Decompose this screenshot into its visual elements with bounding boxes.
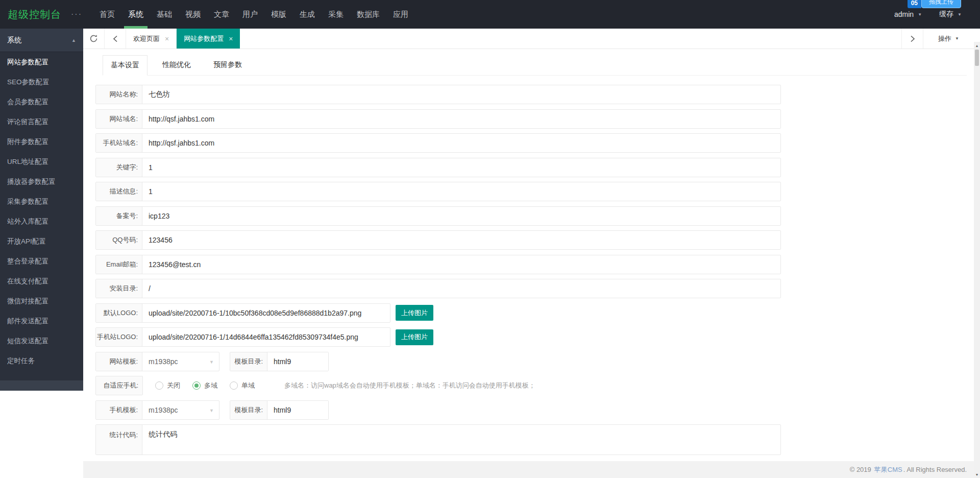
site-template-dir-group: 模板目录: — [230, 352, 329, 371]
upload-image-button[interactable]: 上传图片 — [396, 305, 433, 321]
sidebar: 系统 ▲ 网站参数配置 SEO参数配置 会员参数配置 评论留言配置 附件参数配置… — [0, 29, 83, 391]
tab-performance[interactable]: 性能优化 — [155, 55, 199, 75]
tab-basic-settings[interactable]: 基本设置 — [103, 55, 148, 76]
mobile-template-dir-input[interactable] — [267, 401, 328, 419]
site-name-input[interactable] — [142, 85, 780, 104]
refresh-button[interactable] — [83, 29, 105, 49]
radio-label: 单域 — [241, 381, 255, 390]
sidebar-item-seo-params[interactable]: SEO参数配置 — [0, 72, 83, 92]
chevron-left-icon — [112, 35, 118, 42]
chevron-down-icon: ▼ — [209, 408, 214, 413]
chevron-down-icon: ▼ — [955, 36, 959, 41]
description-input[interactable] — [142, 182, 780, 201]
form-row-mobile-template: 手机模板: m1938pc ▼ 模板目录: — [95, 400, 781, 420]
vertical-scrollbar[interactable]: ▲ ▼ — [974, 42, 980, 478]
sidebar-item-open-api[interactable]: 开放API配置 — [0, 231, 83, 251]
field-label: 备案号: — [96, 207, 142, 225]
form-row-site-domain: 网站域名: — [95, 109, 781, 129]
nav-item-database[interactable]: 数据库 — [350, 0, 386, 29]
scroll-down-arrow[interactable]: ▼ — [974, 471, 980, 478]
sidebar-header-system[interactable]: 系统 ▲ — [0, 29, 83, 52]
chevron-down-icon: ▼ — [958, 12, 962, 17]
selected-value: m1938pc — [149, 406, 178, 414]
gap — [219, 400, 230, 420]
field-label: 模板目录: — [230, 401, 267, 419]
tab-reserved-params[interactable]: 预留参数 — [206, 55, 250, 75]
mobile-template-select[interactable]: m1938pc ▼ — [142, 401, 219, 419]
qq-input[interactable] — [142, 231, 780, 249]
upload-extension-badge[interactable]: 05 拖拽上传 — [908, 0, 961, 8]
form-row-stats-code: 统计代码: 统计代码 — [95, 424, 781, 455]
nav-item-collect[interactable]: 采集 — [322, 0, 350, 29]
top-navbar: 超级控制台 ··· 首页 系统 基础 视频 文章 用户 模版 生成 采集 数据库… — [0, 0, 980, 29]
mobile-template-group: 手机模板: m1938pc ▼ — [95, 400, 219, 420]
nav-item-home[interactable]: 首页 — [93, 0, 121, 29]
sidebar-item-scheduled-tasks[interactable]: 定时任务 — [0, 351, 83, 371]
mobile-domain-input[interactable] — [142, 134, 780, 152]
sidebar-item-comment-config[interactable]: 评论留言配置 — [0, 112, 83, 132]
site-template-select[interactable]: m1938pc ▼ — [142, 352, 219, 371]
field-label: 网站域名: — [96, 110, 142, 128]
nav-item-basic[interactable]: 基础 — [150, 0, 179, 29]
sidebar-title: 系统 — [7, 36, 21, 45]
sidebar-item-site-params[interactable]: 网站参数配置 — [0, 52, 83, 72]
close-icon[interactable]: × — [229, 35, 233, 43]
field-label: 网站模板: — [96, 352, 142, 371]
nav-item-apps[interactable]: 应用 — [386, 0, 415, 29]
mobile-logo-input[interactable] — [142, 328, 390, 346]
tab-site-params[interactable]: 网站参数配置 × — [177, 29, 240, 49]
upload-image-button[interactable]: 上传图片 — [396, 329, 433, 345]
radio-icon — [155, 381, 163, 390]
badge-count: 05 — [908, 0, 921, 8]
stats-code-textarea[interactable]: 统计代码 — [142, 425, 780, 455]
page-footer: © 2019 苹果CMS . All Rights Reserved. — [83, 461, 974, 478]
nav-item-video[interactable]: 视频 — [179, 0, 207, 29]
cache-dropdown[interactable]: 缓存 ▼ — [939, 10, 962, 19]
tab-scroll-right-button[interactable] — [901, 29, 923, 49]
icp-input[interactable] — [142, 207, 780, 225]
sidebar-item-attachment-params[interactable]: 附件参数配置 — [0, 132, 83, 152]
tab-scroll-left-button[interactable] — [105, 29, 126, 49]
gap — [219, 352, 230, 371]
close-icon[interactable]: × — [165, 35, 169, 43]
install-dir-input[interactable] — [142, 279, 780, 298]
email-input[interactable] — [142, 255, 780, 274]
operations-dropdown[interactable]: 操作 ▼ — [923, 29, 974, 49]
sidebar-item-collect-params[interactable]: 采集参数配置 — [0, 192, 83, 211]
nav-item-generate[interactable]: 生成 — [293, 0, 322, 29]
radio-icon — [230, 381, 238, 390]
app-logo[interactable]: 超级控制台 — [0, 0, 66, 29]
site-domain-input[interactable] — [142, 110, 780, 128]
sidebar-item-sms-config[interactable]: 短信发送配置 — [0, 331, 83, 351]
admin-dropdown[interactable]: admin ▼ — [894, 10, 922, 18]
maccms-link[interactable]: 苹果CMS — [874, 465, 902, 474]
chevron-right-icon — [910, 35, 916, 42]
form-row-icp: 备案号: — [95, 206, 781, 226]
scrollbar-thumb[interactable] — [975, 50, 979, 66]
field-label: 自适应手机: — [95, 376, 143, 395]
chevron-up-icon: ▲ — [71, 38, 76, 43]
nav-item-template[interactable]: 模版 — [264, 0, 293, 29]
nav-more-icon[interactable]: ··· — [66, 0, 87, 29]
default-logo-input[interactable] — [142, 304, 390, 322]
radio-single-domain[interactable]: 单域 — [230, 381, 255, 390]
nav-item-system[interactable]: 系统 — [121, 0, 150, 29]
sidebar-item-integrated-login[interactable]: 整合登录配置 — [0, 251, 83, 271]
keywords-input[interactable] — [142, 158, 780, 177]
sidebar-item-player-params[interactable]: 播放器参数配置 — [0, 172, 83, 192]
radio-multi-domain[interactable]: 多域 — [192, 381, 217, 390]
sidebar-item-online-payment[interactable]: 在线支付配置 — [0, 271, 83, 291]
scroll-up-arrow[interactable]: ▲ — [974, 42, 980, 49]
sidebar-item-member-params[interactable]: 会员参数配置 — [0, 92, 83, 112]
radio-close[interactable]: 关闭 — [155, 381, 180, 390]
sidebar-item-email-config[interactable]: 邮件发送配置 — [0, 311, 83, 331]
sidebar-item-wechat-config[interactable]: 微信对接配置 — [0, 291, 83, 311]
sidebar-item-url-config[interactable]: URL地址配置 — [0, 152, 83, 172]
tab-welcome[interactable]: 欢迎页面 × — [126, 29, 177, 49]
field-label: 手机站域名: — [96, 134, 142, 152]
nav-item-user[interactable]: 用户 — [236, 0, 264, 29]
site-template-dir-input[interactable] — [267, 352, 328, 371]
chevron-down-icon: ▼ — [209, 360, 214, 365]
sidebar-item-external-storage[interactable]: 站外入库配置 — [0, 211, 83, 231]
nav-item-article[interactable]: 文章 — [207, 0, 236, 29]
